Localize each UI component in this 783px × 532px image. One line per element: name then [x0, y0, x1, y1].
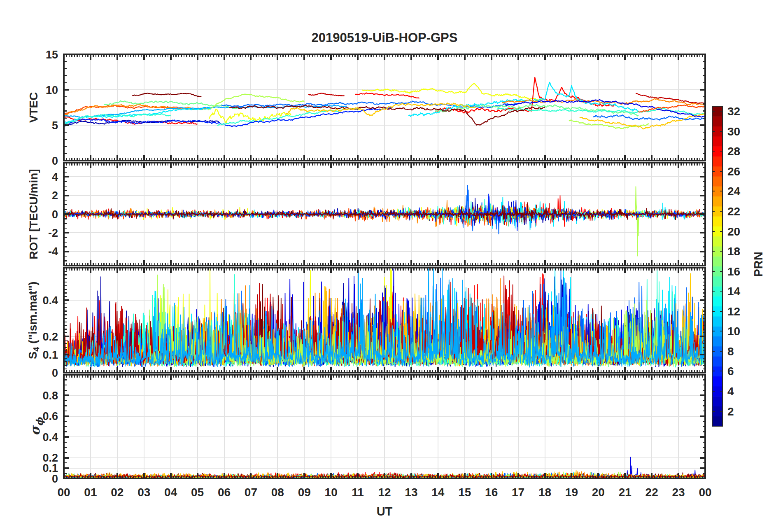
y-tick-label: 0.4: [42, 294, 58, 307]
x-tick-label: 05: [191, 486, 204, 499]
x-tick-label: 23: [672, 486, 685, 499]
colorbar-tick-label: 32: [727, 105, 740, 118]
colorbar-tick-label: 10: [727, 325, 740, 338]
x-tick-label: 06: [218, 486, 231, 499]
colorbar-block: [712, 256, 722, 266]
x-tick-label: 13: [405, 486, 417, 499]
panel-sigma-phi: 00.10.20.40.60.8: [42, 375, 705, 485]
series-prn-18: [569, 120, 649, 129]
x-tick-label: 16: [485, 486, 498, 499]
x-tick-label: 07: [245, 486, 257, 499]
x-tick-label: 02: [111, 486, 124, 499]
colorbar-tick-label: 24: [727, 185, 741, 198]
y-tick-labels: 00.10.20.4: [42, 294, 58, 379]
y-tick-labels: 00.10.20.40.60.8: [42, 390, 58, 485]
x-tick-label: 12: [378, 486, 391, 499]
series-prn-30: [308, 93, 345, 96]
colorbar-tick-label: 28: [727, 145, 740, 158]
panel-vtec: 051015: [46, 49, 705, 167]
series-prn-6: [238, 107, 393, 126]
x-tick-labels: 0001020304050607080910111213141516171819…: [57, 486, 711, 499]
colorbar-tick-label: 4: [727, 385, 734, 398]
x-tick-label: 22: [646, 486, 658, 499]
y-tick-label: -4: [48, 245, 58, 258]
y-tick-label: 5: [52, 119, 58, 132]
colorbar-block: [712, 376, 722, 387]
colorbar-block: [712, 336, 722, 346]
series-prn-28: [355, 93, 419, 98]
series-prn-20: [362, 84, 542, 101]
colorbar-tick-label: 12: [727, 305, 740, 318]
colorbar-block: [712, 296, 722, 306]
y-tick-label: 0.6: [42, 410, 58, 422]
x-axis-title: UT: [64, 505, 705, 518]
colorbar-block: [712, 276, 722, 287]
colorbar-tick-label: 14: [727, 285, 741, 298]
colorbar-block: [712, 216, 722, 226]
y-tick-label: 0.4: [42, 431, 58, 443]
colorbar-title: PRN: [752, 252, 765, 277]
colorbar-tick-label: 30: [727, 125, 740, 138]
y-tick-label: 0: [52, 155, 58, 167]
y-tick-label: 2: [52, 189, 58, 202]
colorbar-block: [712, 396, 722, 406]
colorbar-block: [712, 156, 722, 166]
x-tick-label: 08: [271, 486, 284, 499]
y-tick-label: 0.8: [42, 390, 58, 402]
colorbar-block: [712, 356, 722, 366]
y-tick-label: 4: [52, 171, 58, 183]
x-tick-label: 00: [57, 486, 70, 499]
colorbar-block: [712, 176, 722, 187]
y-tick-label: 0.2: [42, 331, 58, 343]
colorbar-tick-label: 18: [727, 245, 740, 258]
data-series: [64, 269, 705, 367]
colorbar: 2468101214161820222426283032: [712, 105, 741, 426]
y-tick-label: 0.1: [42, 349, 58, 361]
x-tick-label: 14: [431, 486, 445, 499]
chart-title: 20190519-UiB-HOP-GPS: [64, 30, 705, 45]
x-tick-label: 09: [298, 486, 311, 499]
x-tick-label: 10: [325, 486, 338, 499]
series-prn-26: [64, 105, 205, 114]
x-tick-label: 17: [512, 486, 524, 499]
y-tick-label: 0: [52, 208, 58, 221]
y-tick-labels: -4-2024: [48, 171, 58, 258]
x-tick-label: 21: [619, 486, 632, 499]
panel-s4: 00.10.20.4: [42, 268, 705, 379]
colorbar-block: [712, 416, 722, 427]
y-axis-title-rot: ROT [TECU/min]: [27, 169, 40, 259]
colorbar-tick-label: 8: [727, 345, 734, 358]
y-axis-title-sigma-phi: σϕ: [28, 418, 44, 436]
colorbar-tick-label: 22: [727, 205, 740, 218]
y-tick-label: 10: [46, 84, 58, 96]
y-axis-title-vtec: VTEC: [27, 92, 40, 123]
x-tick-label: 00: [699, 486, 711, 499]
series-prn-24: [64, 104, 211, 115]
x-tick-label: 19: [565, 486, 578, 499]
y-tick-label: 0.2: [42, 452, 58, 464]
colorbar-tick-label: 16: [727, 265, 740, 278]
gps-scintillation-plot: 051015-4-202400.10.20.400.10.20.40.60.80…: [0, 0, 783, 532]
colorbar-tick-label: 26: [727, 165, 740, 178]
x-tick-label: 11: [352, 486, 364, 499]
x-tick-label: 15: [458, 486, 471, 499]
colorbar-block: [712, 116, 722, 126]
x-tick-label: 20: [592, 486, 605, 499]
y-tick-labels: 051015: [46, 49, 58, 167]
colorbar-block: [712, 136, 722, 147]
colorbar-tick-label: 2: [727, 405, 734, 418]
colorbar-tick-label: 6: [727, 365, 734, 378]
x-tick-label: 01: [84, 486, 97, 499]
colorbar-tick-labels: 2468101214161820222426283032: [727, 105, 741, 418]
colorbar-block: [712, 236, 722, 247]
panel-rot: -4-2024: [48, 163, 705, 266]
colorbar-block: [712, 316, 722, 327]
x-tick-label: 03: [137, 486, 150, 499]
y-tick-label: 0: [52, 367, 58, 379]
x-tick-label: 18: [538, 486, 551, 499]
colorbar-block: [712, 196, 722, 207]
x-tick-label: 04: [164, 486, 177, 499]
y-tick-label: -2: [48, 227, 58, 239]
y-tick-label: 15: [46, 49, 58, 61]
colorbar-tick-label: 20: [727, 225, 740, 238]
